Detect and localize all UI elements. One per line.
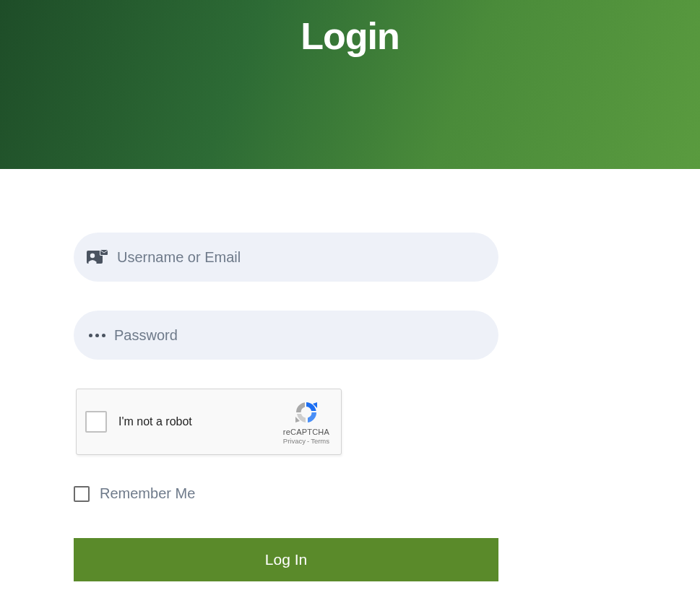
login-button[interactable]: Log In <box>74 538 498 581</box>
recaptcha-links: Privacy-Terms <box>283 437 329 445</box>
recaptcha-checkbox[interactable] <box>85 411 107 433</box>
password-dots-icon <box>89 334 105 337</box>
username-field-wrap <box>74 233 498 282</box>
recaptcha-widget: I'm not a robot reCAPTCHA Privacy-Terms <box>76 389 342 455</box>
page-title: Login <box>301 14 399 58</box>
contact-card-icon <box>87 249 108 265</box>
remember-me-row: Remember Me <box>74 485 700 502</box>
recaptcha-privacy-link[interactable]: Privacy <box>283 437 306 445</box>
recaptcha-logo-icon <box>292 399 321 425</box>
recaptcha-brand-text: reCAPTCHA <box>283 428 329 436</box>
svg-point-1 <box>90 254 95 258</box>
hero-banner: Login <box>0 0 700 169</box>
recaptcha-branding: reCAPTCHA Privacy-Terms <box>283 399 332 445</box>
remember-me-label: Remember Me <box>100 485 195 502</box>
remember-me-checkbox[interactable] <box>74 486 90 502</box>
login-form: I'm not a robot reCAPTCHA Privacy-Terms … <box>0 169 700 581</box>
username-input[interactable] <box>117 249 485 266</box>
password-input[interactable] <box>114 327 485 344</box>
password-field-wrap <box>74 311 498 360</box>
recaptcha-terms-link[interactable]: Terms <box>311 437 329 445</box>
recaptcha-label: I'm not a robot <box>118 415 283 428</box>
